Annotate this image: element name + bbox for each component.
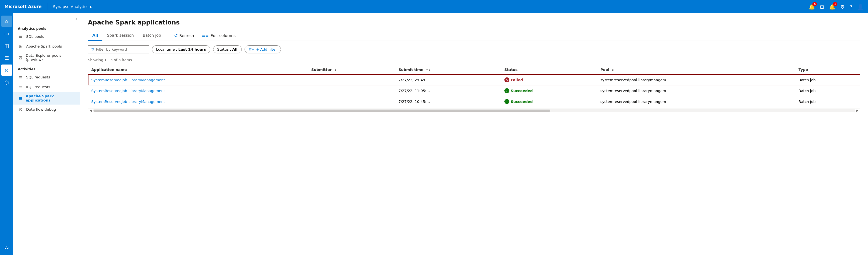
brand-label: Microsoft Azure bbox=[4, 4, 41, 9]
cell-submitter bbox=[308, 74, 395, 85]
sidebar: « Analytics pools ≡ SQL pools ⊞ Apache S… bbox=[13, 13, 80, 255]
rail-integrate-icon[interactable]: ⬡ bbox=[1, 77, 12, 88]
sidebar-item-label: Apache Spark applications bbox=[26, 94, 75, 102]
rail-data-icon[interactable]: ◫ bbox=[1, 40, 12, 51]
showing-label: Showing 1 - 3 of 3 items bbox=[88, 58, 860, 62]
rail-develop-icon[interactable]: ⊙ bbox=[1, 65, 12, 76]
account-icon[interactable]: 👤 bbox=[858, 4, 864, 10]
refresh-icon: ↺ bbox=[174, 33, 178, 38]
col-submit-time-label: Submit time bbox=[398, 68, 424, 72]
cell-status: ✓ Succeeded bbox=[501, 85, 597, 96]
rail-home-icon[interactable]: ⌂ bbox=[1, 15, 12, 27]
rail-monitor-icon[interactable]: ☰ bbox=[1, 52, 12, 63]
app-name-link[interactable]: SystemReservedJob-LibraryManagement bbox=[91, 89, 165, 93]
cell-type: Batch job bbox=[795, 85, 860, 96]
rail-manage-icon[interactable]: 🗂 bbox=[1, 242, 12, 253]
add-filter-button[interactable]: ▽+ + Add filter bbox=[245, 45, 281, 53]
applications-table: Application name Submitter ↕ Submit time… bbox=[88, 65, 860, 107]
col-type-label: Type bbox=[799, 68, 808, 72]
col-app-name[interactable]: Application name bbox=[88, 65, 308, 74]
sidebar-item-kql-requests[interactable]: ≡ KQL requests bbox=[13, 82, 80, 92]
activities-section-label: Activities bbox=[13, 64, 80, 72]
sidebar-item-label: SQL pools bbox=[26, 34, 44, 39]
status-filter-pill[interactable]: Status : All bbox=[213, 45, 242, 53]
status-filter-label: Status : All bbox=[217, 47, 238, 52]
scroll-bar-thumb bbox=[93, 109, 550, 112]
col-status: Status bbox=[501, 65, 597, 74]
analytics-pools-section-label: Analytics pools bbox=[13, 23, 80, 32]
edit-columns-button[interactable]: ≡≡ Edit columns bbox=[198, 31, 240, 40]
scroll-bar[interactable] bbox=[93, 109, 855, 113]
cell-status: ✓ Succeeded bbox=[501, 96, 597, 107]
table-row[interactable]: SystemReservedJob-LibraryManagement7/27/… bbox=[88, 74, 860, 85]
tab-spark-session[interactable]: Spark session bbox=[102, 30, 138, 41]
main-layout: ⌂ ▭ ◫ ☰ ⊙ ⬡ 🗂 « Analytics pools ≡ SQL po… bbox=[0, 13, 868, 255]
time-filter-pill[interactable]: Local time : Last 24 hours bbox=[152, 45, 210, 53]
spark-pools-icon: ⊞ bbox=[18, 44, 23, 49]
settings-icon[interactable]: ⚙ bbox=[840, 4, 845, 10]
time-filter-label: Local time : Last 24 hours bbox=[156, 47, 206, 52]
cell-app-name: SystemReservedJob-LibraryManagement bbox=[88, 96, 308, 107]
data-flow-debug-icon: ⊘ bbox=[18, 107, 23, 112]
cell-app-name: SystemReservedJob-LibraryManagement bbox=[88, 85, 308, 96]
scroll-hint: ◀ ▶ bbox=[88, 108, 860, 113]
main-content: Apache Spark applications All Spark sess… bbox=[80, 13, 868, 255]
tabs-bar: All Spark session Batch job ↺ Refresh ≡≡… bbox=[88, 30, 860, 41]
kql-requests-icon: ≡ bbox=[18, 84, 23, 90]
edit-columns-label: Edit columns bbox=[211, 33, 236, 38]
sidebar-item-sql-requests[interactable]: ≡ SQL requests bbox=[13, 72, 80, 82]
service-chevron-icon: ▶ bbox=[90, 5, 92, 8]
status-badge: ✕ Failed bbox=[504, 77, 594, 82]
tab-all[interactable]: All bbox=[88, 30, 102, 41]
table-row[interactable]: SystemReservedJob-LibraryManagement7/27/… bbox=[88, 96, 860, 107]
col-submitter[interactable]: Submitter ↕ bbox=[308, 65, 395, 74]
status-label: Succeeded bbox=[511, 89, 533, 93]
col-submitter-label: Submitter bbox=[311, 68, 332, 72]
status-badge: ✓ Succeeded bbox=[504, 88, 594, 93]
fail-icon: ✕ bbox=[504, 77, 509, 82]
sidebar-collapse-button[interactable]: « bbox=[13, 17, 80, 23]
tab-batch-job[interactable]: Batch job bbox=[138, 30, 165, 41]
sql-pools-icon: ≡ bbox=[18, 34, 23, 39]
sidebar-item-sql-pools[interactable]: ≡ SQL pools bbox=[13, 32, 80, 41]
col-status-label: Status bbox=[504, 68, 518, 72]
app-name-link[interactable]: SystemReservedJob-LibraryManagement bbox=[91, 100, 165, 104]
cell-submit-time: 7/27/22, 2:04:0… bbox=[395, 74, 501, 85]
add-filter-icon: ▽+ bbox=[249, 47, 254, 52]
app-name-link[interactable]: SystemReservedJob-LibraryManagement bbox=[91, 78, 165, 82]
sidebar-item-spark-pools[interactable]: ⊞ Apache Spark pools bbox=[13, 41, 80, 51]
cell-type: Batch job bbox=[795, 96, 860, 107]
tab-divider bbox=[168, 33, 168, 38]
sidebar-item-spark-applications[interactable]: ≡ Apache Spark applications bbox=[13, 92, 80, 104]
pool-sort-icon: ↕ bbox=[612, 68, 614, 71]
cell-submitter bbox=[308, 96, 395, 107]
data-explorer-pools-icon: ⊠ bbox=[18, 55, 23, 60]
keyword-filter-input[interactable]: ▽ Filter by keyword bbox=[88, 45, 149, 53]
scroll-left-icon[interactable]: ◀ bbox=[88, 108, 93, 113]
sidebar-item-label: Apache Spark pools bbox=[26, 44, 62, 49]
add-filter-label: + Add filter bbox=[256, 47, 277, 52]
table-scroll-container[interactable]: Application name Submitter ↕ Submit time… bbox=[88, 65, 860, 107]
notifications-badge: 4 bbox=[812, 2, 817, 6]
refresh-button[interactable]: ↺ Refresh bbox=[170, 31, 198, 40]
topbar-icons: 🔔4 ⊞ 🔔1 ⚙ ? 👤 bbox=[809, 4, 864, 10]
status-label: Succeeded bbox=[511, 100, 533, 104]
col-submit-time[interactable]: Submit time ↑↓ bbox=[395, 65, 501, 74]
col-pool[interactable]: Pool ↕ bbox=[597, 65, 795, 74]
success-icon: ✓ bbox=[504, 88, 509, 93]
cell-pool: systemreservedpool-librarymangem bbox=[597, 85, 795, 96]
filters-bar: ▽ Filter by keyword Local time : Last 24… bbox=[88, 45, 860, 53]
service-label[interactable]: Synapse Analytics ▶ bbox=[53, 4, 92, 9]
portal-settings-icon[interactable]: ⊞ bbox=[820, 4, 824, 10]
cell-app-name: SystemReservedJob-LibraryManagement bbox=[88, 74, 308, 85]
spark-apps-icon: ≡ bbox=[18, 96, 23, 101]
sidebar-item-data-explorer-pools[interactable]: ⊠ Data Explorer pools (preview) bbox=[13, 51, 80, 64]
help-icon[interactable]: ? bbox=[850, 4, 852, 10]
scroll-right-icon[interactable]: ▶ bbox=[855, 108, 860, 113]
sidebar-item-data-flow-debug[interactable]: ⊘ Data flow debug bbox=[13, 104, 80, 114]
notifications-icon[interactable]: 🔔4 bbox=[809, 4, 815, 10]
table-row[interactable]: SystemReservedJob-LibraryManagement7/27/… bbox=[88, 85, 860, 96]
submit-time-sort-icon: ↑↓ bbox=[426, 68, 430, 71]
alerts-icon[interactable]: 🔔1 bbox=[829, 4, 835, 10]
rail-storage-icon[interactable]: ▭ bbox=[1, 28, 12, 39]
